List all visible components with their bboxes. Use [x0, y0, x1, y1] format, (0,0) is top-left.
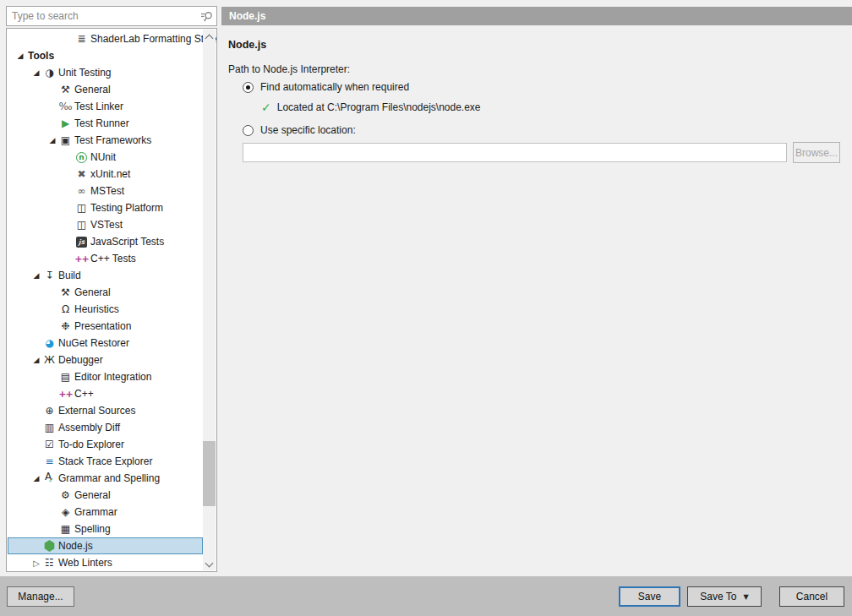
scroll-up-icon[interactable]	[205, 35, 214, 43]
tree-item-test-linker[interactable]: ‰ Test Linker	[8, 98, 203, 115]
tree-item-mstest[interactable]: ∞ MSTest	[8, 183, 203, 199]
spelling-icon: ▦	[58, 522, 73, 537]
radio-use-specific-location[interactable]	[243, 125, 254, 136]
expand-toggle-icon[interactable]: ◢	[30, 356, 42, 364]
testing-platform-icon: ◫	[74, 201, 89, 215]
tree-item-javascript-tests[interactable]: js JavaScript Tests	[8, 233, 203, 250]
tree-item-to-do-explorer[interactable]: ☑ To-do Explorer	[8, 436, 203, 453]
tree-item-shaderlab-formatting-style[interactable]: ≣ ShaderLab Formatting Style	[8, 30, 203, 47]
tree-item-tools[interactable]: ◢ Tools	[8, 47, 203, 64]
save-to-label: Save To	[700, 591, 736, 602]
tree-item-general[interactable]: ⚒ General	[8, 81, 203, 98]
tree-item-heuristics[interactable]: Ω Heuristics	[8, 301, 203, 318]
heuristics-bulb-icon: Ω	[58, 303, 73, 317]
specific-location-input[interactable]	[243, 143, 787, 162]
scroll-down-icon[interactable]	[205, 559, 214, 568]
grammar-icon: ◈	[58, 505, 73, 520]
tree-item-external-sources[interactable]: ⊕ External Sources	[8, 402, 203, 419]
page-title: Node.js	[228, 39, 266, 51]
build-general-icon: ⚒	[58, 286, 73, 300]
debugger-bug-icon: Ж	[42, 353, 57, 368]
radio-use-specific-location-label: Use specific location:	[260, 124, 356, 136]
check-icon: ✓	[261, 101, 271, 114]
save-to-button[interactable]: Save To ▼	[687, 586, 762, 607]
expand-toggle-icon[interactable]: ▷	[30, 559, 42, 568]
tree-item-spelling[interactable]: ▦ Spelling	[8, 521, 203, 537]
chevron-down-icon: ▼	[744, 593, 749, 601]
formatting-style-icon: ≣	[74, 32, 89, 46]
cancel-button[interactable]: Cancel	[779, 586, 844, 607]
page-header: Node.js	[221, 7, 852, 25]
search-icon	[200, 10, 213, 23]
settings-tree: ≣ ShaderLab Formatting Style ◢ Tools ◢ ◑…	[8, 30, 203, 571]
settings-tree-panel: ≣ ShaderLab Formatting Style ◢ Tools ◢ ◑…	[6, 28, 217, 572]
stack-trace-explorer-icon: ≡	[42, 455, 57, 469]
path-to-interpreter-label: Path to Node.js Interpreter:	[228, 63, 350, 75]
tree-item-test-runner[interactable]: ▶ Test Runner	[8, 115, 203, 132]
test-frameworks-icon: ▣	[58, 134, 73, 148]
vstest-icon: ◫	[74, 218, 89, 232]
editor-integration-icon: ▤	[58, 370, 73, 384]
todo-explorer-icon: ☑	[42, 438, 57, 452]
check-overlay-icon: ✓	[48, 477, 54, 484]
test-runner-icon: ▶	[58, 117, 73, 131]
build-icon: ↧	[42, 269, 57, 283]
tree-item-test-frameworks[interactable]: ◢ ▣ Test Frameworks	[8, 132, 203, 149]
manage-button[interactable]: Manage...	[7, 586, 74, 607]
tree-scrollbar[interactable]	[203, 30, 216, 570]
nodejs-icon	[44, 540, 55, 552]
expand-toggle-icon[interactable]: ◢	[14, 52, 26, 60]
xunit-icon: ✖	[74, 167, 89, 182]
browse-button[interactable]: Browse...	[793, 142, 840, 163]
tree-item-general[interactable]: ⚙ General	[8, 487, 203, 504]
test-linker-icon: ‰	[58, 100, 73, 114]
unit-testing-icon: ◑	[42, 66, 57, 80]
grammar-and-spelling-icon: A✓	[42, 470, 57, 488]
expand-toggle-icon[interactable]: ◢	[30, 68, 42, 77]
search-box	[6, 6, 217, 26]
javascript-tests-icon: js	[76, 237, 87, 248]
nunit-icon: n	[76, 152, 87, 163]
footer-bar: Manage... Save Save To ▼ Cancel	[0, 576, 852, 616]
tree-item-stack-trace-explorer[interactable]: ≡ Stack Trace Explorer	[8, 453, 203, 470]
tree-item-build[interactable]: ◢ ↧ Build	[8, 267, 203, 284]
search-input[interactable]	[7, 7, 199, 25]
cpp-tests-icon: ++	[74, 252, 89, 266]
save-button[interactable]: Save	[619, 586, 680, 607]
expand-toggle-icon[interactable]: ◢	[30, 474, 42, 482]
page-header-title: Node.js	[229, 10, 265, 22]
tree-item-c[interactable]: ++ C++	[8, 385, 203, 402]
external-sources-globe-icon: ⊕	[42, 404, 57, 418]
radio-find-automatically-label: Find automatically when required	[260, 81, 409, 93]
assembly-diff-icon: ▥	[42, 421, 57, 435]
tree-item-web-linters[interactable]: ▷ ☷ Web Linters	[8, 554, 203, 571]
tree-item-grammar-and-spelling[interactable]: ◢ A✓ Grammar and Spelling	[8, 470, 203, 487]
expand-toggle-icon[interactable]: ◢	[30, 271, 42, 280]
presentation-palette-icon: ❉	[58, 319, 73, 334]
tree-item-xunit-net[interactable]: ✖ xUnit.net	[8, 166, 203, 183]
radio-find-automatically[interactable]	[243, 82, 254, 93]
expand-toggle-icon[interactable]: ◢	[46, 136, 58, 144]
tree-item-unit-testing[interactable]: ◢ ◑ Unit Testing	[8, 64, 203, 81]
grammar-general-gear-icon: ⚙	[58, 488, 73, 503]
tree-item-grammar[interactable]: ◈ Grammar	[8, 504, 203, 521]
nuget-restorer-icon: ◕	[42, 336, 57, 351]
tree-item-general[interactable]: ⚒ General	[8, 284, 203, 301]
scrollbar-thumb[interactable]	[203, 441, 216, 506]
tree-item-nuget-restorer[interactable]: ◕ NuGet Restorer	[8, 335, 203, 352]
web-linters-broom-icon: ☷	[42, 556, 57, 570]
tree-item-node-js[interactable]: Node.js	[8, 537, 203, 554]
mstest-icon: ∞	[74, 184, 89, 199]
tree-item-editor-integration[interactable]: ▤ Editor Integration	[8, 368, 203, 385]
tree-item-presentation[interactable]: ❉ Presentation	[8, 318, 203, 335]
tree-item-debugger[interactable]: ◢ Ж Debugger	[8, 352, 203, 368]
tree-item-nunit[interactable]: n NUnit	[8, 149, 203, 166]
tree-item-assembly-diff[interactable]: ▥ Assembly Diff	[8, 419, 203, 436]
located-path-text: Located at C:\Program Files\nodejs\node.…	[277, 101, 481, 113]
tree-item-testing-platform[interactable]: ◫ Testing Platform	[8, 199, 203, 216]
tree-item-vstest[interactable]: ◫ VSTest	[8, 216, 203, 233]
cpp-icon: ++	[58, 387, 73, 401]
tree-item-c-tests[interactable]: ++ C++ Tests	[8, 250, 203, 267]
wrench-icon: ⚒	[58, 83, 73, 97]
